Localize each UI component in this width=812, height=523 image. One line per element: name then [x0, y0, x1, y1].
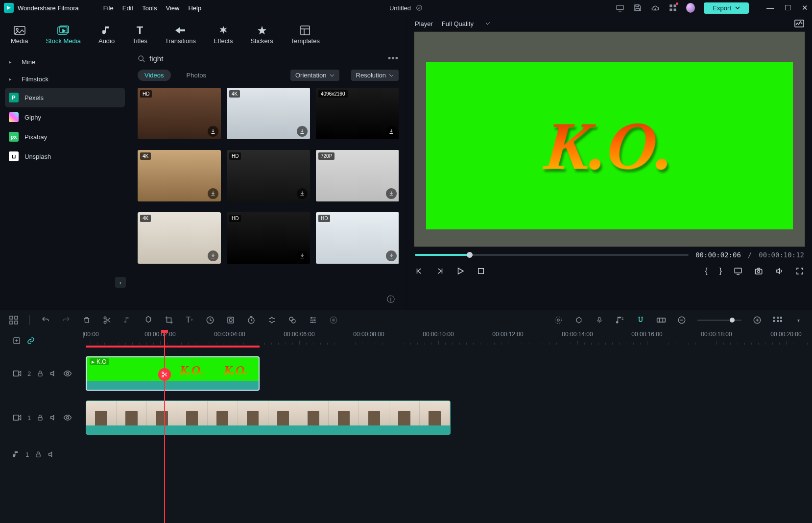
more-options-icon[interactable]: ••• — [388, 53, 399, 64]
clip-unnamed[interactable]: ▸unnamed — [86, 400, 451, 435]
tab-media[interactable]: Media — [9, 24, 30, 47]
maximize-button[interactable]: ☐ — [785, 3, 791, 12]
prev-frame-button[interactable] — [415, 267, 424, 275]
cloud-icon[interactable] — [651, 3, 660, 12]
playhead-handle[interactable] — [161, 330, 168, 333]
volume-icon[interactable] — [775, 267, 784, 275]
record-indicator-icon[interactable] — [329, 315, 338, 325]
play-button[interactable] — [456, 267, 465, 275]
menu-file[interactable]: File — [103, 4, 114, 12]
split-icon[interactable] — [102, 315, 112, 325]
render-icon[interactable] — [553, 315, 563, 325]
visibility-icon[interactable] — [63, 370, 72, 377]
resolution-dropdown[interactable]: Resolution — [351, 70, 399, 81]
view-mode-icon[interactable] — [773, 315, 783, 325]
clip-ko[interactable]: ▸K.O K.O. K.O. — [86, 356, 260, 391]
stock-thumbnail[interactable]: HD — [138, 88, 221, 139]
lock-icon[interactable] — [35, 450, 42, 458]
adjust-icon[interactable] — [308, 315, 318, 325]
info-warning-icon[interactable]: ⓘ — [387, 295, 395, 305]
export-button[interactable]: Export — [704, 2, 749, 14]
sidebar-item-giphy[interactable]: Giphy — [0, 107, 130, 127]
marker-icon[interactable] — [143, 315, 153, 325]
mute-icon[interactable] — [49, 370, 57, 377]
fullscreen-icon[interactable] — [795, 267, 804, 275]
split-marker-icon[interactable] — [158, 368, 171, 381]
ripple-icon[interactable] — [656, 315, 666, 325]
tab-audio[interactable]: Audio — [96, 24, 117, 47]
stop-button[interactable] — [477, 267, 485, 275]
mute-icon[interactable] — [48, 450, 55, 458]
track-area[interactable]: |00:0000:00:02:0000:00:04:0000:00:06:000… — [86, 330, 812, 523]
download-icon[interactable] — [208, 250, 218, 261]
zoom-in-icon[interactable] — [752, 315, 762, 325]
sidebar-item-filmstock[interactable]: ▸Filmstock — [0, 71, 130, 88]
minimize-button[interactable]: — — [766, 3, 774, 12]
text-tool-icon[interactable]: T+ — [185, 315, 194, 325]
stock-thumbnail[interactable]: 720P — [316, 150, 399, 201]
color-icon[interactable] — [226, 315, 236, 325]
keyframe-icon[interactable] — [267, 315, 277, 325]
menu-tools[interactable]: Tools — [142, 4, 157, 12]
scopes-icon[interactable] — [794, 20, 804, 27]
download-icon[interactable] — [208, 126, 218, 137]
menu-help[interactable]: Help — [188, 4, 201, 12]
voiceover-icon[interactable] — [595, 315, 604, 325]
zoom-slider[interactable] — [697, 320, 741, 321]
sidebar-item-mine[interactable]: ▸Mine — [0, 53, 130, 71]
stock-thumbnail[interactable]: 4096x2160 — [316, 88, 399, 139]
audio-detach-icon[interactable] — [123, 315, 133, 325]
link-tracks-icon[interactable] — [26, 337, 35, 345]
zoom-knob[interactable] — [730, 318, 735, 323]
seek-bar[interactable] — [415, 254, 689, 256]
save-icon[interactable] — [633, 3, 642, 12]
menu-view[interactable]: View — [166, 4, 179, 12]
visibility-icon[interactable] — [63, 414, 72, 421]
time-ruler[interactable]: |00:0000:00:02:0000:00:04:0000:00:06:000… — [86, 330, 812, 351]
delete-icon[interactable] — [82, 315, 92, 325]
mute-icon[interactable] — [49, 414, 57, 422]
lock-icon[interactable] — [37, 370, 44, 377]
playhead-line[interactable] — [164, 330, 165, 523]
device-icon[interactable] — [616, 3, 624, 12]
sidebar-item-pixabay[interactable]: pxPixabay — [0, 127, 130, 147]
sidebar-item-pexels[interactable]: PPexels — [5, 88, 125, 107]
sidebar-collapse-button[interactable]: ‹ — [115, 277, 126, 288]
tab-effects[interactable]: Effects — [212, 24, 235, 47]
apps-icon[interactable] — [669, 3, 677, 12]
crop-icon[interactable] — [164, 315, 174, 325]
stock-thumbnail[interactable]: 4K — [227, 88, 310, 139]
quality-dropdown[interactable]: Full Quality — [442, 20, 490, 27]
download-icon[interactable] — [386, 250, 397, 261]
mark-in-icon[interactable]: { — [705, 267, 707, 275]
download-icon[interactable] — [386, 126, 397, 137]
search-input[interactable] — [149, 54, 388, 63]
snapshot-icon[interactable] — [754, 267, 763, 275]
close-button[interactable]: ✕ — [802, 3, 808, 12]
tab-stock-media[interactable]: Stock Media — [44, 24, 83, 47]
tab-transitions[interactable]: Transitions — [163, 24, 198, 47]
duration-icon[interactable] — [246, 315, 256, 325]
speed-icon[interactable] — [205, 315, 215, 325]
lock-icon[interactable] — [37, 414, 44, 422]
chromakey-icon[interactable] — [287, 315, 297, 325]
add-track-icon[interactable] — [13, 337, 21, 345]
avatar[interactable] — [686, 3, 695, 12]
orientation-dropdown[interactable]: Orientation — [290, 70, 339, 81]
download-icon[interactable] — [297, 126, 308, 137]
download-icon[interactable] — [208, 188, 218, 199]
stock-thumbnail[interactable]: 4K — [138, 150, 221, 201]
marker-add-icon[interactable] — [574, 315, 584, 325]
tab-stickers[interactable]: Stickers — [248, 24, 275, 47]
menu-edit[interactable]: Edit — [122, 4, 133, 12]
mixer-icon[interactable] — [615, 315, 625, 325]
redo-icon[interactable] — [61, 315, 71, 325]
mark-out-icon[interactable]: } — [719, 267, 722, 275]
stock-thumbnail[interactable]: HD — [227, 212, 310, 264]
select-tool-icon[interactable] — [9, 315, 19, 325]
zoom-out-icon[interactable] — [677, 315, 687, 325]
tab-templates[interactable]: Templates — [289, 24, 322, 47]
view-mode-caret-icon[interactable]: ▾ — [793, 315, 803, 325]
download-icon[interactable] — [297, 188, 308, 199]
undo-icon[interactable] — [41, 315, 50, 325]
